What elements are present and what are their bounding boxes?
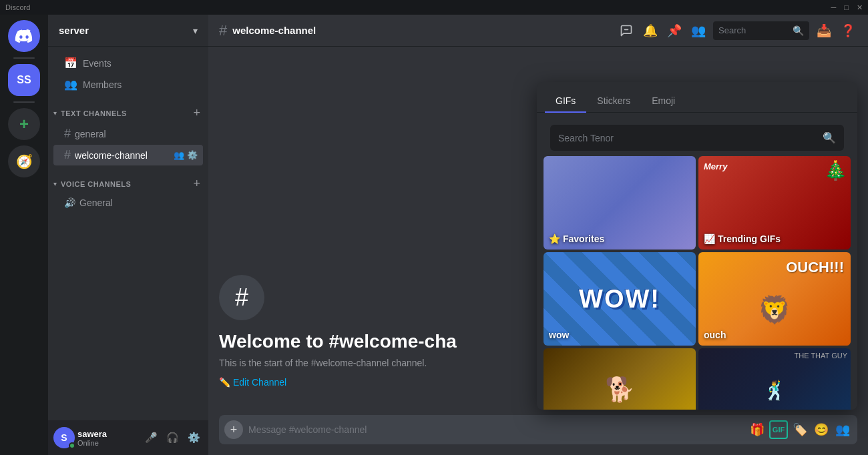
star-icon: ⭐: [549, 234, 560, 244]
sticker-button[interactable]: 🏷️: [791, 420, 809, 439]
gif-cell-wow[interactable]: WOW! wow: [544, 252, 696, 346]
members-icon: 👥: [64, 78, 77, 91]
maximize-button[interactable]: □: [844, 3, 849, 12]
gift-button[interactable]: 🎁: [748, 420, 767, 439]
user-name: sawera: [77, 429, 139, 439]
titlebar-controls: ─ □ ✕: [831, 3, 863, 12]
server-name: server: [59, 25, 89, 36]
emoji-button[interactable]: 😊: [812, 420, 831, 439]
user-bar: S sawera Online 🎤 🎧 ⚙️: [48, 420, 208, 455]
gif-cell-ouch[interactable]: OUCH!!! 🦁 ouch: [698, 252, 851, 346]
notification-icon[interactable]: 🔔: [641, 21, 660, 40]
gif-search-icon: 🔍: [823, 131, 836, 144]
voice-icon: 🔊: [64, 197, 75, 208]
gif-ouch-header: OUCH!!!: [786, 259, 844, 276]
add-server-button[interactable]: +: [8, 108, 40, 140]
channel-members-icon[interactable]: 👥: [174, 150, 184, 160]
text-channels-label: TEXT CHANNELS: [61, 109, 127, 117]
trending-icon: 📈: [704, 234, 715, 244]
server-divider: [13, 57, 35, 59]
events-icon: 📅: [64, 57, 77, 69]
message-input-box: + 🎁 GIF 🏷️ 😊 👥: [219, 415, 857, 444]
gif-label-ouch: ouch: [704, 330, 726, 340]
channel-name-general-voice: General: [79, 197, 198, 208]
sidebar-item-events[interactable]: 📅 Events: [53, 53, 203, 73]
gif-picker-tabs: GIFs Stickers Emoji: [537, 82, 857, 113]
user-status-dot: [69, 442, 75, 449]
gif-picker: GIFs Stickers Emoji 🔍 ⭐ Favorites: [537, 82, 857, 410]
gif-search-input[interactable]: [558, 133, 819, 143]
gif-cell-trending[interactable]: 🎄 Merry 📈 Trending GIFs: [698, 156, 851, 250]
server-icon-ss[interactable]: SS: [8, 64, 40, 96]
app-body: SS + 🧭 server ▾ 📅 Events 👥 Members ▾ TEX…: [0, 15, 868, 455]
gif-label-trending: 📈 Trending GIFs: [704, 234, 781, 244]
channel-name-welcome: welcome-channel: [75, 150, 170, 161]
gif-button[interactable]: GIF: [769, 420, 788, 439]
channel-item-welcome[interactable]: # welcome-channel 👥 ⚙️: [53, 145, 203, 165]
sidebar-nav: 📅 Events 👥 Members ▾ TEXT CHANNELS + # g…: [48, 47, 208, 420]
user-status: Online: [77, 439, 139, 447]
channel-name-general: general: [75, 129, 198, 139]
voice-channels-collapse-icon: ▾: [53, 180, 57, 187]
channel-hash-icon: #: [64, 127, 71, 141]
message-input-area: + 🎁 GIF 🏷️ 😊 👥: [208, 410, 868, 455]
search-icon: 🔍: [793, 25, 804, 36]
edit-channel-button[interactable]: ✏️ Edit Channel: [219, 377, 286, 388]
add-text-channel-button[interactable]: +: [190, 106, 203, 120]
thread-icon[interactable]: [617, 21, 636, 40]
server-header[interactable]: server ▾: [48, 15, 208, 47]
gif-cell-favorites[interactable]: ⭐ Favorites: [544, 156, 696, 250]
channel-item-general[interactable]: # general: [53, 123, 203, 144]
topbar-channel-name: welcome-channel: [232, 25, 316, 36]
server-dropdown-icon: ▾: [193, 25, 198, 36]
user-info: sawera Online: [77, 429, 139, 447]
gif-cell-youre-welcome[interactable]: THE THAT GUY 🕺 WHAT CAN I SAY EXCEPT YOU…: [698, 348, 851, 410]
channel-hash-icon-2: #: [64, 148, 71, 162]
edit-icon: ✏️: [219, 377, 230, 388]
minimize-button[interactable]: ─: [831, 3, 837, 12]
voice-channels-label: VOICE CHANNELS: [61, 180, 131, 188]
user-avatar: S: [53, 427, 75, 448]
gif-label-favorites: ⭐ Favorites: [549, 234, 604, 244]
chat-area: # Welcome to #welcome-cha This is the st…: [208, 47, 868, 455]
user-settings-button[interactable]: ⚙️: [184, 428, 203, 447]
gif-wow-text: WOW!: [579, 285, 660, 314]
text-channels-collapse-icon: ▾: [53, 109, 57, 117]
message-input-icons: 🎁 GIF 🏷️ 😊 👥: [748, 420, 852, 439]
tab-stickers[interactable]: Stickers: [586, 90, 641, 113]
mute-button[interactable]: 🎤: [142, 428, 160, 447]
help-icon[interactable]: ❓: [839, 21, 857, 40]
titlebar-title: Discord: [5, 3, 30, 11]
sidebar-item-events-label: Events: [83, 58, 112, 69]
pin-icon[interactable]: 📌: [665, 21, 684, 40]
discord-home-button[interactable]: [8, 20, 40, 52]
search-input[interactable]: [718, 25, 790, 35]
topbar-hash-icon: #: [219, 22, 227, 39]
gif-label-wow: wow: [549, 330, 569, 340]
channel-settings-icon[interactable]: ⚙️: [187, 150, 198, 160]
text-channels-header[interactable]: ▾ TEXT CHANNELS +: [48, 95, 208, 123]
voice-channels-header[interactable]: ▾ VOICE CHANNELS +: [48, 166, 208, 193]
deafen-button[interactable]: 🎧: [163, 428, 182, 447]
tab-emoji[interactable]: Emoji: [641, 90, 686, 113]
inbox-icon[interactable]: 📥: [815, 21, 833, 40]
gif-search-bar: 🔍: [550, 125, 844, 151]
add-voice-channel-button[interactable]: +: [190, 177, 203, 191]
close-button[interactable]: ✕: [857, 3, 863, 12]
sidebar-item-members[interactable]: 👥 Members: [53, 74, 203, 95]
gif-cell-oops[interactable]: 🐕 oops: [544, 348, 696, 410]
server-divider-2: [13, 101, 35, 103]
message-input[interactable]: [248, 424, 742, 435]
topbar: # welcome-channel 🔔 📌 👥 🔍 📥 ❓: [208, 15, 868, 47]
tab-gifs[interactable]: GIFs: [545, 90, 586, 113]
members-list-icon[interactable]: 👥: [689, 21, 708, 40]
attach-button[interactable]: +: [224, 420, 243, 439]
server-list: SS + 🧭: [0, 15, 48, 455]
channel-item-general-voice[interactable]: 🔊 General: [53, 194, 203, 211]
explore-button[interactable]: 🧭: [8, 145, 40, 177]
sidebar-item-members-label: Members: [83, 79, 122, 90]
channel-sidebar: server ▾ 📅 Events 👥 Members ▾ TEXT CHANN…: [48, 15, 208, 455]
people-button[interactable]: 👥: [833, 420, 852, 439]
channel-action-icons: 👥 ⚙️: [174, 150, 198, 160]
holly-icon: 🎄: [824, 159, 847, 181]
